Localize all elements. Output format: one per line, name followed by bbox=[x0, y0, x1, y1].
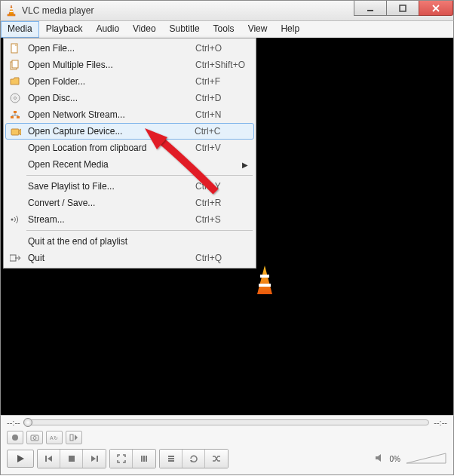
svg-rect-37 bbox=[141, 456, 143, 462]
menu-item-shortcut: Ctrl+F bbox=[195, 76, 254, 87]
blank-icon bbox=[8, 141, 22, 155]
menu-item-save-playlist-to-file[interactable]: Save Playlist to File...Ctrl+Y bbox=[5, 178, 254, 195]
menu-audio[interactable]: Audio bbox=[89, 21, 126, 38]
svg-rect-23 bbox=[10, 255, 16, 261]
minimize-button[interactable] bbox=[354, 1, 387, 16]
menu-item-label: Open Location from clipboard bbox=[28, 143, 195, 153]
loop-ab-button[interactable]: A↻ bbox=[46, 431, 63, 444]
menu-item-shortcut: Ctrl+V bbox=[195, 143, 254, 153]
volume-percent: 0% bbox=[390, 455, 400, 463]
menu-video[interactable]: Video bbox=[126, 21, 162, 38]
menu-view[interactable]: View bbox=[241, 21, 275, 38]
svg-marker-33 bbox=[48, 456, 52, 462]
menu-item-stream[interactable]: Stream...Ctrl+S bbox=[5, 211, 254, 228]
svg-rect-1 bbox=[10, 8, 13, 10]
extended-settings-button[interactable] bbox=[133, 450, 155, 468]
menu-item-shortcut: Ctrl+O bbox=[195, 43, 254, 54]
menu-help[interactable]: Help bbox=[274, 21, 306, 38]
menu-item-open-multiple-files[interactable]: Open Multiple Files...Ctrl+Shift+O bbox=[5, 57, 254, 73]
speaker-icon[interactable] bbox=[375, 453, 385, 465]
svg-marker-21 bbox=[19, 129, 21, 135]
menu-item-shortcut: Ctrl+R bbox=[195, 198, 254, 208]
svg-rect-3 bbox=[8, 14, 15, 16]
stream-icon bbox=[8, 213, 22, 226]
svg-rect-20 bbox=[11, 129, 19, 135]
svg-marker-45 bbox=[406, 453, 446, 463]
disc-icon bbox=[8, 91, 22, 105]
menu-item-label: Open Capture Device... bbox=[28, 126, 195, 137]
fullscreen-button[interactable] bbox=[110, 450, 133, 468]
blank-icon bbox=[8, 158, 22, 171]
folder-icon bbox=[8, 75, 22, 88]
menu-item-shortcut: Ctrl+Shift+O bbox=[195, 60, 254, 70]
play-button[interactable] bbox=[7, 450, 34, 468]
seek-slider[interactable] bbox=[25, 419, 430, 425]
blank-icon bbox=[8, 235, 22, 248]
shuffle-button[interactable] bbox=[205, 450, 228, 468]
media-menu-dropdown: Open File...Ctrl+OOpen Multiple Files...… bbox=[3, 38, 256, 269]
menu-item-label: Quit bbox=[28, 253, 195, 263]
menu-item-shortcut: Ctrl+N bbox=[195, 109, 254, 120]
time-total: --:-- bbox=[434, 418, 447, 427]
menu-subtitle[interactable]: Subtitle bbox=[163, 21, 207, 38]
menu-tools[interactable]: Tools bbox=[207, 21, 241, 38]
loop-button[interactable] bbox=[183, 450, 205, 468]
menu-item-convert-save[interactable]: Convert / Save...Ctrl+R bbox=[5, 195, 254, 211]
file-icon bbox=[8, 41, 22, 55]
menu-item-open-network-stream[interactable]: Open Network Stream...Ctrl+N bbox=[5, 106, 254, 123]
menu-item-open-file[interactable]: Open File...Ctrl+O bbox=[5, 40, 254, 57]
playlist-button[interactable] bbox=[160, 450, 183, 468]
menu-item-open-capture-device[interactable]: Open Capture Device...Ctrl+C bbox=[5, 123, 254, 140]
blank-icon bbox=[8, 180, 22, 193]
volume-slider[interactable] bbox=[405, 452, 447, 465]
menu-item-quit[interactable]: QuitCtrl+Q bbox=[5, 250, 254, 266]
svg-rect-10 bbox=[259, 284, 271, 287]
stop-button[interactable] bbox=[60, 450, 83, 468]
network-icon bbox=[8, 108, 22, 121]
svg-rect-14 bbox=[12, 60, 18, 68]
menu-item-open-folder[interactable]: Open Folder...Ctrl+F bbox=[5, 73, 254, 90]
menu-playback[interactable]: Playback bbox=[39, 21, 90, 38]
menu-item-label: Quit at the end of playlist bbox=[28, 236, 195, 247]
svg-rect-9 bbox=[260, 275, 269, 278]
vlc-cone-logo bbox=[250, 264, 280, 305]
menu-item-shortcut: Ctrl+Y bbox=[195, 181, 254, 192]
menu-item-quit-at-the-end-of-playlist[interactable]: Quit at the end of playlist bbox=[5, 233, 254, 250]
close-button[interactable] bbox=[419, 1, 453, 16]
svg-marker-0 bbox=[9, 5, 14, 14]
frame-step-button[interactable] bbox=[66, 431, 82, 444]
controls-panel: --:-- --:-- A↻ 0% bbox=[0, 415, 454, 475]
files-icon bbox=[8, 58, 22, 72]
svg-marker-35 bbox=[91, 456, 96, 462]
record-button[interactable] bbox=[7, 431, 23, 444]
svg-rect-32 bbox=[45, 456, 47, 462]
svg-rect-2 bbox=[10, 11, 14, 13]
svg-rect-42 bbox=[168, 460, 174, 462]
svg-marker-8 bbox=[257, 266, 272, 294]
svg-marker-31 bbox=[17, 455, 24, 462]
svg-rect-4 bbox=[367, 10, 373, 11]
snapshot-button[interactable] bbox=[26, 431, 43, 444]
menu-item-label: Stream... bbox=[28, 214, 195, 225]
vlc-cone-icon bbox=[5, 5, 17, 17]
svg-text:A↻: A↻ bbox=[50, 435, 58, 441]
submenu-arrow-icon: ▶ bbox=[242, 161, 248, 169]
menu-item-open-recent-media[interactable]: Open Recent Media▶ bbox=[5, 156, 254, 173]
menu-item-open-location-from-clipboard[interactable]: Open Location from clipboardCtrl+V bbox=[5, 140, 254, 156]
svg-rect-40 bbox=[168, 456, 174, 457]
blank-icon bbox=[8, 196, 22, 210]
menu-item-shortcut: Ctrl+C bbox=[195, 126, 253, 137]
menu-item-label: Open File... bbox=[28, 43, 195, 54]
svg-rect-18 bbox=[17, 116, 20, 118]
previous-button[interactable] bbox=[38, 450, 60, 468]
svg-point-22 bbox=[11, 219, 14, 221]
svg-rect-5 bbox=[400, 5, 406, 11]
menu-item-label: Open Multiple Files... bbox=[28, 60, 195, 70]
menu-item-open-disc[interactable]: Open Disc...Ctrl+D bbox=[5, 90, 254, 106]
menu-media[interactable]: Media bbox=[1, 21, 39, 38]
next-button[interactable] bbox=[83, 450, 106, 468]
menu-item-label: Open Recent Media bbox=[28, 159, 195, 170]
menubar: Media Playback Audio Video Subtitle Tool… bbox=[0, 21, 454, 38]
svg-rect-38 bbox=[143, 456, 145, 462]
maximize-button[interactable] bbox=[386, 1, 419, 16]
